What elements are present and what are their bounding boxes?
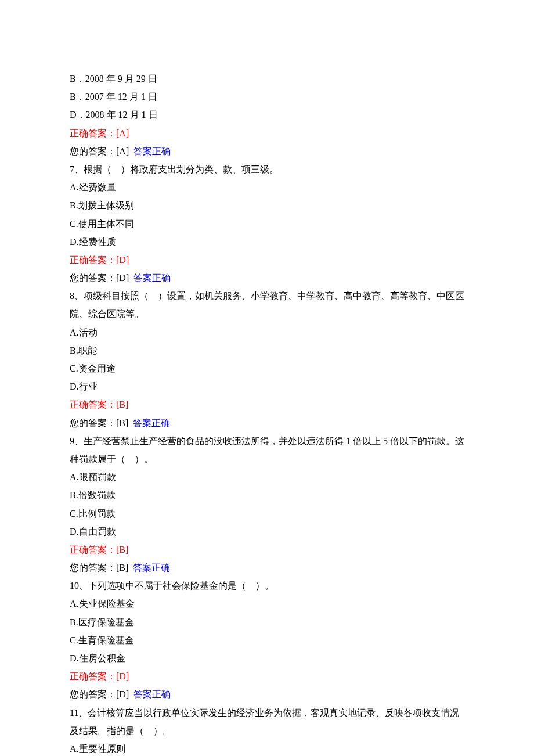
option-line: A.活动: [70, 323, 464, 341]
your-answer-label: 您的答案：: [70, 418, 116, 428]
option-line: A.经费数量: [70, 178, 464, 196]
option-line: A.失业保险基金: [70, 595, 464, 613]
option-line: B.职能: [70, 341, 464, 359]
option-line: B.倍数罚款: [70, 486, 464, 504]
verdict-text: 答案正确: [133, 418, 170, 428]
correct-answer-line: 正确答案：[B]: [70, 395, 464, 413]
correct-answer-label: 正确答案：: [70, 255, 116, 265]
your-answer-line: 您的答案：[B] 答案正确: [70, 559, 464, 577]
correct-answer-line: 正确答案：[A]: [70, 124, 464, 142]
verdict-text: 答案正确: [134, 146, 171, 156]
option-line: B.医疗保险基金: [70, 613, 464, 631]
your-answer-value: [B]: [116, 563, 128, 573]
your-answer-value: [D]: [116, 689, 129, 699]
your-answer-label: 您的答案：: [70, 146, 116, 156]
question-text: 9、生产经营禁止生产经营的食品的没收违法所得，并处以违法所得 1 倍以上 5 倍…: [70, 432, 464, 468]
verdict-text: 答案正确: [133, 563, 170, 573]
your-answer-line: 您的答案：[D] 答案正确: [70, 685, 464, 703]
correct-answer-line: 正确答案：[D]: [70, 251, 464, 269]
correct-answer-value: [B]: [116, 545, 128, 555]
your-answer-label: 您的答案：: [70, 689, 116, 699]
your-answer-line: 您的答案：[B] 答案正确: [70, 414, 464, 432]
option-line: B.划拨主体级别: [70, 196, 464, 214]
option-line: C.生育保险基金: [70, 631, 464, 649]
option-line: A.限额罚款: [70, 468, 464, 486]
your-answer-label: 您的答案：: [70, 563, 116, 573]
option-line: D.经费性质: [70, 233, 464, 251]
question-text: 11、会计核算应当以行政单位实际发生的经济业务为依据，客观真实地记录、反映各项收…: [70, 704, 464, 740]
question-text: 8、项级科目按照（ ）设置，如机关服务、小学教育、中学教育、高中教育、高等教育、…: [70, 287, 464, 323]
option-line: B．2008 年 9 月 29 日: [70, 70, 464, 88]
option-line: C.资金用途: [70, 359, 464, 377]
your-answer-label: 您的答案：: [70, 273, 116, 283]
option-line: D.行业: [70, 377, 464, 395]
option-line: B．2007 年 12 月 1 日: [70, 88, 464, 106]
document-page: B．2008 年 9 月 29 日 B．2007 年 12 月 1 日 D．20…: [0, 0, 534, 756]
correct-answer-line: 正确答案：[D]: [70, 667, 464, 685]
correct-answer-label: 正确答案：: [70, 128, 116, 138]
correct-answer-line: 正确答案：[B]: [70, 541, 464, 559]
your-answer-value: [D]: [116, 273, 129, 283]
option-line: C.比例罚款: [70, 505, 464, 523]
your-answer-value: [A]: [116, 146, 129, 156]
correct-answer-value: [D]: [116, 671, 129, 681]
question-text: 7、根据（ ）将政府支出划分为类、款、项三级。: [70, 160, 464, 178]
option-line: D.住房公积金: [70, 649, 464, 667]
correct-answer-label: 正确答案：: [70, 545, 116, 555]
option-line: D.自由罚款: [70, 523, 464, 541]
option-line: D．2008 年 12 月 1 日: [70, 106, 464, 124]
correct-answer-value: [D]: [116, 255, 129, 265]
correct-answer-value: [A]: [116, 128, 129, 138]
correct-answer-label: 正确答案：: [70, 671, 116, 681]
your-answer-value: [B]: [116, 418, 128, 428]
option-line: C.使用主体不同: [70, 215, 464, 233]
correct-answer-value: [B]: [116, 399, 128, 409]
correct-answer-label: 正确答案：: [70, 399, 116, 409]
verdict-text: 答案正确: [134, 689, 171, 699]
question-text: 10、下列选项中不属于社会保险基金的是（ ）。: [70, 577, 464, 595]
verdict-text: 答案正确: [134, 273, 171, 283]
your-answer-line: 您的答案：[A] 答案正确: [70, 142, 464, 160]
your-answer-line: 您的答案：[D] 答案正确: [70, 269, 464, 287]
option-line: A.重要性原则: [70, 740, 464, 756]
